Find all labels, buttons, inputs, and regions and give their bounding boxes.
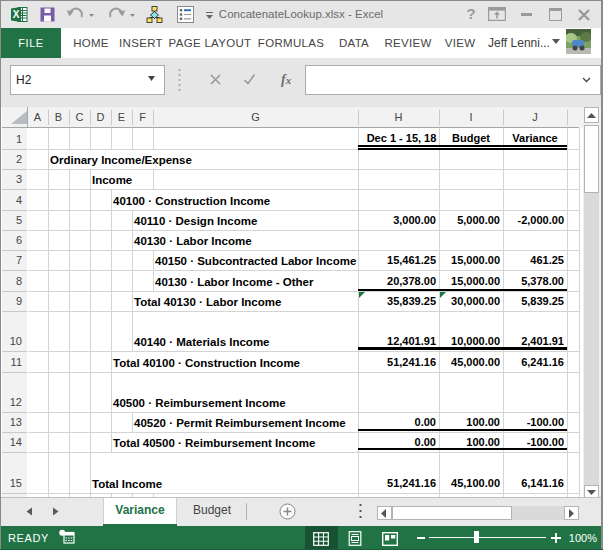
svg-text:X: X bbox=[13, 9, 20, 20]
